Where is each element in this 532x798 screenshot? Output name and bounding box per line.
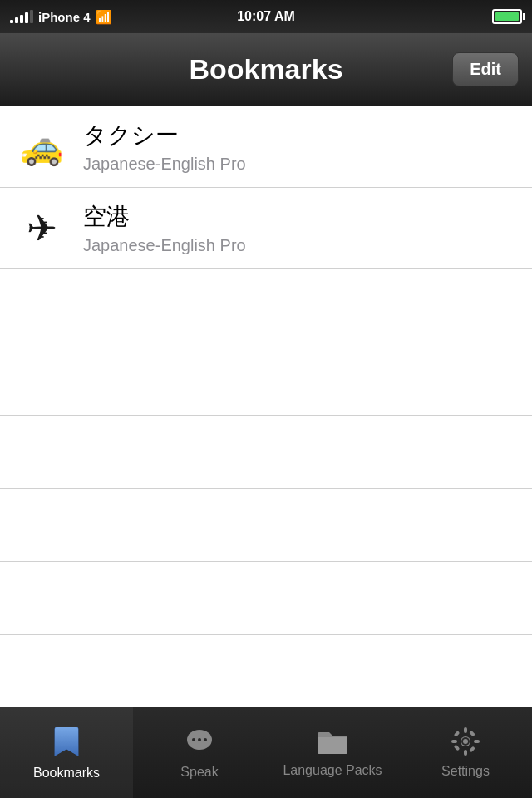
svg-rect-9 xyxy=(474,740,480,743)
gear-tab-icon xyxy=(451,727,480,761)
folder-tab-icon xyxy=(316,727,349,760)
item-text: タクシー Japanese-English Pro xyxy=(83,120,246,174)
empty-row xyxy=(0,269,532,342)
status-time: 10:07 AM xyxy=(237,9,295,24)
svg-rect-7 xyxy=(464,750,467,756)
item-title: タクシー xyxy=(83,120,246,151)
svg-point-4 xyxy=(204,738,207,741)
empty-row xyxy=(0,562,532,635)
signal-icon xyxy=(10,10,33,23)
tab-speak-label: Speak xyxy=(180,765,218,780)
svg-rect-6 xyxy=(464,727,467,733)
tab-bookmarks-label: Bookmarks xyxy=(33,766,100,781)
tab-language-packs-label: Language Packs xyxy=(283,763,382,778)
svg-rect-10 xyxy=(454,731,461,737)
tab-speak[interactable]: Speak xyxy=(133,707,266,798)
tab-settings-label: Settings xyxy=(441,764,490,779)
empty-row xyxy=(0,635,532,708)
taxi-icon: 🚕 xyxy=(17,122,66,172)
item-title: 空港 xyxy=(83,201,246,233)
airplane-icon: ✈ xyxy=(17,204,66,254)
list-item[interactable]: 🚕 タクシー Japanese-English Pro xyxy=(0,106,532,188)
svg-rect-13 xyxy=(469,731,475,737)
battery-container xyxy=(492,9,522,24)
speak-tab-icon xyxy=(185,727,214,761)
bookmark-list: 🚕 タクシー Japanese-English Pro ✈ 空港 Japanes… xyxy=(0,106,532,781)
wifi-icon: 📶 xyxy=(96,9,112,25)
tab-settings[interactable]: Settings xyxy=(399,707,532,798)
item-subtitle: Japanese-English Pro xyxy=(83,236,246,255)
list-item[interactable]: ✈ 空港 Japanese-English Pro xyxy=(0,188,532,269)
svg-point-3 xyxy=(198,738,201,741)
bookmarks-tab-icon xyxy=(53,726,80,762)
carrier-label: iPhone 4 xyxy=(38,10,91,24)
tab-bookmarks[interactable]: Bookmarks xyxy=(0,707,133,798)
carrier-info: iPhone 4 📶 xyxy=(10,9,112,25)
svg-rect-11 xyxy=(469,746,475,753)
tab-bar: Bookmarks Speak Language Packs xyxy=(0,707,532,798)
svg-rect-8 xyxy=(451,740,457,743)
empty-row xyxy=(0,489,532,562)
page-title: Bookmarks xyxy=(189,53,342,86)
svg-point-15 xyxy=(463,739,468,744)
item-text: 空港 Japanese-English Pro xyxy=(83,201,246,255)
empty-row xyxy=(0,416,532,489)
svg-point-2 xyxy=(192,738,195,741)
nav-bar: Bookmarks Edit xyxy=(0,33,532,106)
edit-button[interactable]: Edit xyxy=(452,52,519,86)
status-bar: iPhone 4 📶 10:07 AM xyxy=(0,0,532,33)
battery-icon xyxy=(492,9,522,24)
tab-language-packs[interactable]: Language Packs xyxy=(266,707,399,798)
item-subtitle: Japanese-English Pro xyxy=(83,155,246,174)
battery-fill xyxy=(495,12,519,21)
empty-row xyxy=(0,342,532,416)
svg-rect-12 xyxy=(454,745,461,751)
